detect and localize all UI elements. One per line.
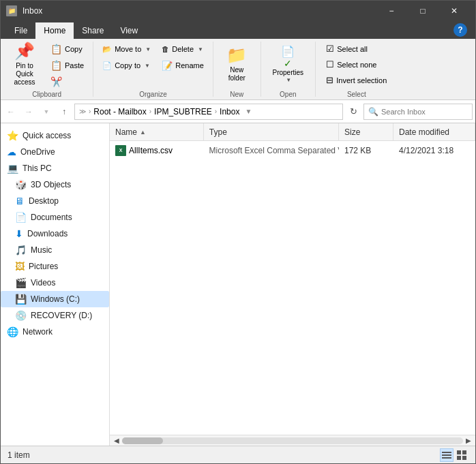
svg-rect-4 (462, 450, 466, 454)
invert-selection-button[interactable]: ⊟ Invert selection (321, 73, 391, 87)
address-path[interactable]: ≫ › Root - Mailbox › IPM_SUBTREE › Inbox… (74, 104, 343, 120)
properties-icon-stack: 📄 ✓ (281, 45, 295, 69)
copy-to-icon: 📄 (102, 61, 112, 70)
csv-file-icon: X (115, 145, 126, 156)
window: 📁 Inbox − □ ✕ File Home Share View ? 📌 P… (0, 0, 476, 464)
tab-view[interactable]: View (112, 22, 146, 39)
scroll-left-arrow[interactable]: ◀ (111, 435, 122, 446)
column-header-date-modified[interactable]: Date modified (393, 123, 475, 140)
select-col: ☑ Select all ☐ Select none ⊟ Invert sele… (321, 42, 391, 87)
svg-rect-0 (442, 452, 451, 453)
move-to-button[interactable]: 📂 Move to ▼ (98, 42, 155, 57)
ribbon-group-organize: 📂 Move to ▼ 📄 Copy to ▼ 🗑 Delete ▼ (93, 42, 213, 97)
sidebar-item-documents[interactable]: 📄 Documents (1, 209, 109, 226)
quick-access-label: Quick access (23, 131, 71, 140)
copy-to-button[interactable]: 📄 Copy to ▼ (98, 58, 155, 73)
back-button[interactable]: ← (3, 104, 18, 119)
title-bar-icons: 📁 (6, 5, 17, 16)
properties-file-icon: 📄 (281, 45, 295, 58)
move-to-dropdown-icon: ▼ (145, 46, 151, 52)
scrollbar-thumb[interactable] (122, 437, 163, 444)
invert-selection-label: Invert selection (336, 76, 387, 84)
clipboard-group-label: Clipboard (32, 89, 61, 98)
breadcrumb-expand-icon: ≫ (79, 108, 86, 115)
sidebar-item-music[interactable]: 🎵 Music (1, 242, 109, 258)
new-group-label: New (230, 89, 243, 98)
sidebar-item-onedrive[interactable]: ☁ OneDrive (1, 144, 109, 160)
quick-access-icon: ⭐ (7, 130, 18, 141)
sidebar-item-desktop[interactable]: 🖥 Desktop (1, 193, 109, 209)
sidebar-item-pictures[interactable]: 🖼 Pictures (1, 258, 109, 275)
search-box[interactable]: 🔍 (363, 104, 473, 120)
sidebar-item-network[interactable]: 🌐 Network (1, 324, 109, 340)
column-header-type[interactable]: Type (204, 123, 339, 140)
rename-button[interactable]: 📝 Rename (157, 58, 209, 73)
maximize-button[interactable]: □ (407, 1, 438, 21)
recent-locations-button[interactable]: ▼ (39, 104, 54, 119)
up-button[interactable]: ↑ (57, 104, 72, 119)
sidebar-item-videos[interactable]: 🎬 Videos (1, 275, 109, 291)
select-group-label: Select (347, 89, 366, 98)
tab-home[interactable]: Home (35, 22, 74, 39)
onedrive-label: OneDrive (20, 147, 55, 157)
tab-file[interactable]: File (6, 22, 35, 39)
music-label: Music (31, 245, 52, 255)
recovery-d-label: RECOVERY (D:) (31, 311, 92, 320)
address-chevron-icon[interactable]: ▼ (245, 108, 252, 115)
file-list: X AllItems.csv Microsoft Excel Comma Sep… (110, 141, 475, 435)
file-date-cell: 4/12/2021 3:18 (393, 146, 475, 155)
file-list-header: Name ▲ Type Size Date modified (110, 123, 475, 141)
cut-button[interactable]: ✂️ (46, 74, 89, 89)
properties-label: Properties (272, 69, 303, 77)
sidebar-item-downloads[interactable]: ⬇ Downloads (1, 226, 109, 242)
network-label: Network (23, 327, 53, 337)
forward-button[interactable]: → (21, 104, 36, 119)
select-all-icon: ☑ (326, 44, 334, 54)
minimize-button[interactable]: − (376, 1, 407, 21)
scroll-right-arrow[interactable]: ▶ (463, 435, 474, 446)
refresh-button[interactable]: ↻ (346, 104, 361, 119)
column-header-size[interactable]: Size (339, 123, 393, 140)
copy-button[interactable]: 📋 Copy (46, 42, 89, 57)
sidebar-item-recovery-d[interactable]: 💿 RECOVERY (D:) (1, 307, 109, 324)
search-input[interactable] (381, 108, 475, 116)
cut-icon: ✂️ (50, 76, 62, 87)
select-none-button[interactable]: ☐ Select none (321, 57, 391, 72)
window-icon: 📁 (6, 5, 17, 16)
select-all-button[interactable]: ☑ Select all (321, 42, 391, 56)
sidebar-item-3d-objects[interactable]: 🎲 3D Objects (1, 176, 109, 193)
new-folder-button[interactable]: 📁 Newfolder (222, 42, 252, 87)
delete-dropdown-icon: ▼ (198, 46, 203, 52)
rename-label: Rename (175, 61, 204, 69)
large-icons-view-button[interactable] (455, 448, 468, 462)
sidebar-item-this-pc[interactable]: 💻 This PC (1, 160, 109, 176)
desktop-icon: 🖥 (15, 196, 25, 206)
breadcrumb-inbox[interactable]: Inbox (220, 107, 239, 117)
paste-button[interactable]: 📋 Paste (46, 58, 89, 73)
delete-button[interactable]: 🗑 Delete ▼ (157, 42, 209, 57)
clipboard-small-buttons: 📋 Copy 📋 Paste ✂️ (46, 42, 89, 87)
select-group-content: ☑ Select all ☐ Select none ⊟ Invert sele… (321, 42, 391, 89)
close-button[interactable]: ✕ (438, 1, 470, 21)
table-row[interactable]: X AllItems.csv Microsoft Excel Comma Sep… (110, 141, 475, 160)
ribbon-group-new: 📁 Newfolder New (213, 42, 261, 97)
properties-button[interactable]: 📄 ✓ Properties ▼ (267, 42, 308, 87)
file-size: 172 KB (344, 146, 371, 155)
sidebar-item-quick-access[interactable]: ⭐ Quick access (1, 127, 109, 144)
horizontal-scrollbar[interactable]: ◀ ▶ (110, 435, 475, 446)
videos-icon: 🎬 (15, 277, 27, 288)
search-icon: 🔍 (368, 107, 378, 117)
help-button[interactable]: ? (453, 23, 467, 37)
breadcrumb-root-mailbox[interactable]: Root - Mailbox (93, 107, 146, 117)
3d-objects-label: 3D Objects (31, 180, 71, 189)
music-icon: 🎵 (15, 245, 27, 256)
pin-to-quick-access-button[interactable]: 📌 Pin to Quickaccess (5, 42, 44, 87)
breadcrumb-ipm-subtree[interactable]: IPM_SUBTREE (154, 107, 212, 117)
sidebar-item-windows-c[interactable]: 💾 Windows (C:) (1, 291, 109, 307)
svg-rect-1 (442, 454, 451, 456)
rename-icon: 📝 (162, 61, 173, 71)
properties-check-icon: ✓ (284, 58, 292, 69)
column-header-name[interactable]: Name ▲ (110, 123, 204, 140)
tab-share[interactable]: Share (74, 22, 112, 39)
details-view-button[interactable] (440, 448, 453, 462)
